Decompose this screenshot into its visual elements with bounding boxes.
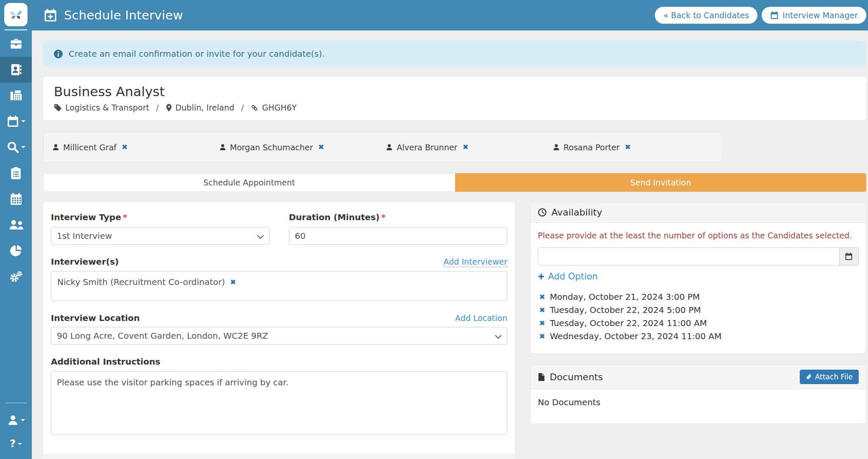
side-panels: Availability Please provide at the least… [530, 202, 866, 424]
users-icon [9, 219, 23, 230]
app-logo[interactable] [4, 3, 28, 26]
job-location: Dublin, Ireland [166, 103, 234, 112]
remove-option-icon[interactable]: ✖ [539, 333, 545, 340]
add-interviewer-link[interactable]: Add Interviewer [443, 257, 507, 267]
additional-instructions-textarea[interactable]: Please use the visitor parking spaces if… [51, 371, 507, 434]
app-root: ? Schedule Interview « Bac [0, 0, 868, 459]
page-title: Schedule Interview [64, 8, 183, 22]
user-icon [52, 144, 59, 151]
interviewers-box[interactable]: Nicky Smith (Recruitment Co-ordinator) ✖ [51, 271, 507, 301]
caret-down-icon [21, 146, 25, 150]
address-book-icon [10, 64, 22, 76]
add-location-link[interactable]: Add Location [455, 313, 507, 323]
interview-type-label-text: Interview Type [51, 212, 121, 222]
tab-send-invitation[interactable]: Send Invitation [455, 173, 866, 192]
sidebar-item-settings[interactable] [0, 263, 32, 289]
gears-icon [9, 271, 22, 282]
availability-title: Availability [551, 207, 602, 218]
sidebar-item-fax[interactable] [0, 83, 32, 108]
interview-location-select[interactable]: 90 Long Acre, Covent Garden, London, WC2… [51, 327, 507, 345]
interview-manager-button[interactable]: Interview Manager [762, 7, 866, 24]
back-to-candidates-button[interactable]: « Back to Candidates [655, 7, 757, 24]
interviewer-chip: Nicky Smith (Recruitment Co-ordinator) ✖ [57, 277, 236, 287]
tab-schedule-appointment[interactable]: Schedule Appointment [43, 173, 455, 192]
job-title: Business Analyst [54, 84, 856, 99]
documents-panel: Documents Attach File No Documents [530, 365, 866, 424]
search-icon [7, 141, 19, 153]
attach-file-label: Attach File [815, 373, 853, 381]
interviewer-name: Nicky Smith (Recruitment Co-ordinator) [57, 277, 225, 287]
required-marker: * [123, 212, 127, 222]
remove-candidate-icon[interactable]: ✖ [625, 144, 631, 151]
candidate-name: Morgan Schumacher [230, 143, 313, 152]
sidebar-item-tasks[interactable] [0, 160, 32, 186]
interviewers-label: Interviewer(s) [51, 257, 119, 267]
briefcase-icon [10, 38, 22, 50]
remove-option-icon[interactable]: ✖ [539, 307, 545, 314]
candidate-name: Millicent Graf [63, 143, 117, 152]
availability-option: ✖ Tuesday, October 22, 2024 11:00 AM [538, 318, 859, 328]
calendar-grid-icon [10, 193, 22, 205]
sidebar-item-jobs[interactable] [0, 31, 32, 57]
question-icon: ? [10, 438, 16, 450]
add-option-label: Add Option [548, 271, 598, 282]
sidebar-user-menu[interactable] [0, 408, 32, 432]
info-icon [53, 49, 63, 59]
info-alert: Create an email confirmation or invite f… [43, 41, 866, 67]
plus-icon [538, 273, 545, 280]
back-to-candidates-label: « Back to Candidates [663, 11, 749, 20]
top-bar-actions: « Back to Candidates Interview Manager [655, 7, 866, 24]
additional-instructions-label: Additional Instructions [51, 357, 507, 367]
duration-label: Duration (Minutes)* [289, 212, 508, 222]
job-card: Business Analyst Logistics & Transport / [43, 77, 866, 120]
date-picker-button[interactable] [840, 247, 859, 265]
butterfly-logo-icon [8, 7, 24, 22]
map-marker-icon [166, 104, 172, 112]
caret-down-icon [18, 443, 22, 447]
interview-manager-label: Interview Manager [782, 11, 858, 20]
availability-option: ✖ Wednesday, October 23, 2024 11:00 AM [538, 331, 859, 341]
candidate-name: Alvera Brunner [397, 143, 457, 152]
option-datetime: Tuesday, October 22, 2024 5:00 PM [550, 305, 701, 315]
calendar-icon [7, 115, 19, 127]
remove-option-icon[interactable]: ✖ [539, 293, 545, 301]
location-select-wrap: 90 Long Acre, Covent Garden, London, WC2… [51, 327, 507, 345]
alert-message: Create an email confirmation or invite f… [69, 49, 325, 59]
remove-option-icon[interactable]: ✖ [539, 320, 545, 327]
sidebar-item-people[interactable] [0, 212, 32, 238]
sidebar-help-menu[interactable]: ? [0, 432, 32, 456]
clock-icon [538, 208, 547, 217]
logo-underline [4, 29, 28, 30]
remove-interviewer-icon[interactable]: ✖ [230, 279, 236, 286]
content-area: Create an email confirmation or invite f… [32, 30, 868, 459]
paperclip-icon [806, 374, 812, 380]
availability-date-input[interactable] [538, 247, 840, 265]
sidebar-item-reports[interactable] [0, 238, 32, 263]
user-icon [553, 144, 560, 151]
remove-candidate-icon[interactable]: ✖ [462, 144, 468, 151]
top-bar: Schedule Interview « Back to Candidates … [32, 0, 868, 30]
sidebar-item-calendar[interactable] [0, 186, 32, 212]
attach-file-button[interactable]: Attach File [800, 370, 859, 384]
duration-input[interactable] [289, 227, 508, 245]
caret-down-icon [21, 419, 25, 423]
job-reference: GHGH6Y [250, 103, 297, 112]
sidebar-divider [5, 403, 27, 403]
sidebar-nav [0, 31, 32, 289]
option-datetime: Monday, October 21, 2024 3:00 PM [550, 292, 700, 302]
file-icon [538, 373, 545, 382]
candidate-chip: Rosana Porter ✖ [553, 143, 720, 152]
option-datetime: Tuesday, October 22, 2024 11:00 AM [550, 318, 707, 328]
documents-header: Documents Attach File [531, 365, 866, 389]
remove-candidate-icon[interactable]: ✖ [318, 144, 324, 151]
interview-type-select[interactable]: 1st Interview [51, 227, 270, 245]
sidebar-item-schedule-menu[interactable] [0, 108, 32, 134]
sidebar-item-search-menu[interactable] [0, 134, 32, 160]
remove-candidate-icon[interactable]: ✖ [122, 144, 128, 151]
add-option-link[interactable]: Add Option [538, 271, 598, 282]
availability-panel: Availability Please provide at the least… [530, 202, 866, 354]
sidebar-item-candidates[interactable] [0, 57, 32, 83]
caret-down-icon [21, 120, 25, 124]
job-meta: Logistics & Transport / Dublin, Ireland … [54, 103, 856, 112]
availability-options: ✖ Monday, October 21, 2024 3:00 PM ✖ Tue… [538, 292, 859, 341]
